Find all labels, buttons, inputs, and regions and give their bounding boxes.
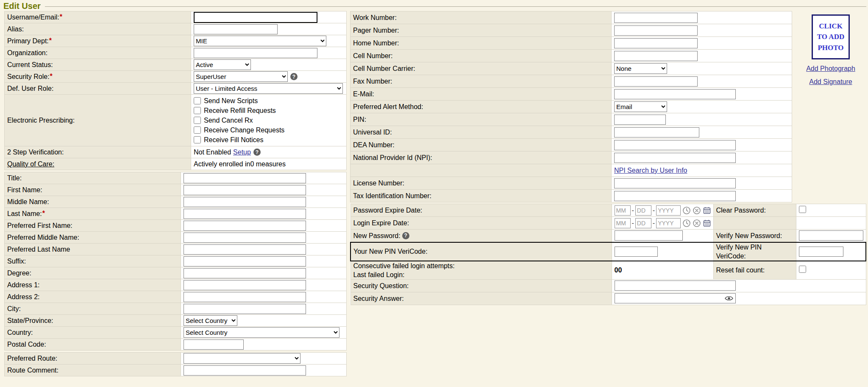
form-row-middle-name: Middle Name: [5, 196, 347, 208]
calendar-icon[interactable] [703, 206, 711, 215]
show-answer-eye-icon[interactable] [725, 295, 733, 301]
electronic-prescribing-checkbox-3[interactable] [194, 126, 201, 134]
npi-label: National Provider Id (NPI): [353, 153, 432, 162]
label-cell: City: [5, 303, 181, 315]
home-number-input[interactable] [614, 38, 698, 48]
cell-number-label: Cell Number: [353, 51, 392, 60]
country-select[interactable]: Select Country [184, 327, 339, 338]
pin-label: PIN: [353, 115, 366, 124]
add-photograph-link[interactable]: Add Photograph [797, 65, 865, 73]
control-cell [612, 126, 792, 139]
username-email-input[interactable] [194, 12, 317, 23]
electronic-prescribing-checkbox-4[interactable] [194, 136, 201, 143]
electronic-prescribing-option-label: Send Cancel Rx [204, 117, 253, 124]
first-name-input[interactable] [184, 185, 306, 195]
clear-password-checkbox[interactable] [799, 206, 806, 213]
form-row-username-email: Username/Email:* [5, 11, 347, 23]
electronic-prescribing-options: Send New ScriptsReceive Refill RequestsS… [194, 95, 284, 146]
control-cell [181, 172, 347, 184]
label-cell: Primary Dept:* [5, 35, 191, 47]
primary-dept-select[interactable]: MIE [194, 36, 326, 46]
state-province-select[interactable]: Select Country [184, 315, 237, 326]
address-2-input[interactable] [184, 292, 306, 302]
preferred-first-name-input[interactable] [184, 221, 306, 231]
label-cell: Verify New PIN VeriCode: [713, 242, 796, 261]
npi-search-link[interactable]: NPI Search by User Info [614, 167, 687, 174]
verify-new-password-input[interactable] [799, 230, 863, 241]
label-cell: First Name: [5, 184, 181, 196]
two-step-verification-setup-link[interactable]: Setup [233, 149, 251, 156]
control-cell [612, 24, 792, 37]
preferred-last-name-input[interactable] [184, 244, 306, 255]
add-photo-box[interactable]: CLICK TO ADD PHOTO [812, 14, 850, 59]
form-row-degree: Degree: [5, 267, 347, 279]
pin-input[interactable] [614, 115, 666, 125]
clock-icon[interactable] [682, 206, 691, 215]
electronic-prescribing-checkbox-1[interactable] [194, 107, 201, 114]
help-icon[interactable]: ? [402, 232, 409, 239]
security-role-select[interactable]: SuperUser [194, 71, 288, 82]
license-number-input[interactable] [614, 178, 736, 188]
security-question-input[interactable] [615, 280, 736, 291]
clock-icon[interactable] [682, 219, 691, 227]
help-icon[interactable]: ? [253, 149, 261, 156]
tax-identification-number-input[interactable] [614, 191, 736, 201]
label-cell: Suffix: [5, 255, 181, 267]
verify-new-pin-vericode-input[interactable] [799, 247, 843, 257]
label-cell [351, 164, 612, 177]
preferred-middle-name-input[interactable] [184, 233, 306, 243]
required-marker: * [50, 73, 53, 80]
electronic-prescribing-checkbox-0[interactable] [194, 97, 201, 104]
current-status-select[interactable]: Active [194, 59, 251, 70]
password-expire-date-dd-input[interactable] [635, 205, 651, 216]
form-row-pin: PIN: [351, 113, 792, 126]
reset-fail-count-checkbox[interactable] [799, 266, 806, 273]
fax-number-input[interactable] [614, 76, 698, 87]
alias-input[interactable] [194, 24, 278, 34]
work-number-input[interactable] [614, 13, 698, 23]
cell-number-carrier-select[interactable]: None [614, 63, 667, 74]
city-input[interactable] [184, 304, 306, 314]
dea-number-input[interactable] [614, 140, 736, 150]
required-marker: * [49, 37, 52, 44]
add-signature-link[interactable]: Add Signature [797, 78, 865, 86]
address-1-input[interactable] [184, 280, 306, 290]
npi-input[interactable] [614, 153, 736, 163]
preferred-route-select[interactable] [184, 353, 300, 364]
help-icon[interactable]: ? [290, 73, 298, 80]
middle-name-input[interactable] [184, 197, 306, 207]
verify-new-pin-vericode-label: Verify New PIN VeriCode: [716, 243, 793, 261]
postal-code-input[interactable] [184, 339, 244, 350]
new-password-input[interactable] [615, 230, 683, 241]
clear-date-icon[interactable] [693, 219, 701, 227]
login-expire-date-dd-input[interactable] [635, 218, 651, 228]
degree-input[interactable] [184, 268, 306, 278]
electronic-prescribing-checkbox-2[interactable] [194, 117, 201, 124]
primary-dept-label: Primary Dept: [7, 36, 49, 45]
preferred-alert-method-select[interactable]: Email [614, 101, 667, 112]
cell-number-input[interactable] [614, 51, 698, 61]
e-mail-input[interactable] [614, 89, 736, 99]
security-answer-input[interactable] [615, 293, 736, 303]
route-comment-input[interactable] [184, 365, 306, 376]
job-title-input[interactable] [184, 173, 306, 183]
clear-date-icon[interactable] [693, 206, 701, 215]
login-expire-date-yyyy-input[interactable] [656, 218, 681, 228]
pager-number-input[interactable] [614, 25, 698, 36]
form-row-city: City: [5, 303, 347, 315]
form-row-e-mail: E-Mail: [351, 88, 792, 101]
last-name-input[interactable] [184, 209, 306, 219]
password-expire-date-yyyy-input[interactable] [656, 205, 681, 216]
calendar-icon[interactable] [703, 219, 711, 227]
organization-input[interactable] [194, 48, 317, 58]
header-rule [45, 6, 866, 7]
password-expire-date-mm-input[interactable] [615, 205, 631, 216]
work-number-label: Work Number: [353, 13, 397, 22]
label-cell: Alias: [5, 23, 191, 35]
suffix-input[interactable] [184, 256, 306, 266]
control-cell: MIE [191, 35, 347, 47]
universal-id-input[interactable] [614, 127, 699, 137]
login-expire-date-mm-input[interactable] [615, 218, 631, 228]
def-user-role-select[interactable]: User - Limited Access [194, 83, 343, 94]
new-pin-vericode-input[interactable] [615, 247, 658, 257]
